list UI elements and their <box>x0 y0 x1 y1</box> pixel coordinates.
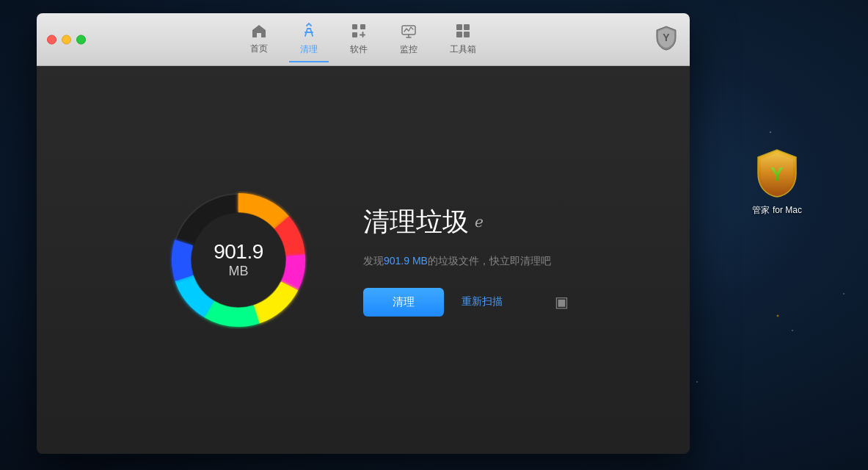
compare-icon: ▣ <box>555 293 569 311</box>
app-icon-shield: Y <box>754 147 800 200</box>
icon-label-for-mac: for Mac <box>773 205 802 215</box>
tab-software-label: 软件 <box>350 43 368 56</box>
svg-text:Y: Y <box>663 32 670 43</box>
main-content: 901.9 MB 清理垃圾 ℯ 发现901.9 MB的垃圾文件，快立即清理吧 清… <box>37 66 690 454</box>
rescan-label: 重新扫描 <box>462 295 503 308</box>
svg-rect-8 <box>464 32 470 37</box>
svg-rect-3 <box>352 32 357 37</box>
svg-rect-5 <box>456 24 462 30</box>
donut-value: 901.9 <box>214 241 263 264</box>
tab-toolbox-label: 工具箱 <box>450 43 476 56</box>
traffic-light-red[interactable] <box>47 35 56 44</box>
desktop-icon-label-main: 管家 for Mac <box>752 204 802 217</box>
svg-rect-0 <box>304 32 313 33</box>
panel-description: 发现901.9 MB的垃圾文件，快立即清理吧 <box>363 253 569 269</box>
desc-suffix: 的垃圾文件，快立即清理吧 <box>428 255 551 267</box>
shield-badge[interactable]: Y <box>654 25 678 54</box>
donut-container: 901.9 MB <box>158 179 319 341</box>
software-icon <box>351 23 367 41</box>
info-icon: ℯ <box>475 213 484 231</box>
svg-rect-7 <box>456 32 462 37</box>
tab-clean[interactable]: 清理 <box>284 17 334 62</box>
panel-title: 清理垃圾 ℯ <box>363 204 569 240</box>
home-icon <box>251 24 267 40</box>
svg-rect-1 <box>352 24 357 29</box>
traffic-light-green[interactable] <box>76 35 86 44</box>
app-window: 首页 清理 <box>37 13 690 454</box>
nav-tabs: 首页 清理 <box>37 17 690 62</box>
desc-prefix: 发现 <box>363 255 384 267</box>
panel-title-text: 清理垃圾 <box>363 204 469 240</box>
donut-center-text: 901.9 MB <box>214 241 263 279</box>
svg-text:Y: Y <box>770 163 783 185</box>
monitor-icon <box>401 23 417 41</box>
desktop-icon[interactable]: Y 管家 for Mac <box>752 147 802 217</box>
icon-label-manager: 管家 <box>752 204 770 217</box>
svg-rect-6 <box>464 24 470 30</box>
right-panel: 清理垃圾 ℯ 发现901.9 MB的垃圾文件，快立即清理吧 清理 重新扫描 ▣ <box>363 204 569 317</box>
tab-software[interactable]: 软件 <box>334 17 384 62</box>
donut-unit: MB <box>214 264 263 279</box>
tab-home[interactable]: 首页 <box>234 18 284 61</box>
tab-clean-label: 清理 <box>300 43 318 56</box>
clean-button[interactable]: 清理 <box>363 288 444 317</box>
clean-icon <box>301 23 317 41</box>
tab-monitor-label: 监控 <box>400 43 417 56</box>
traffic-lights <box>47 35 86 44</box>
svg-rect-2 <box>360 24 365 29</box>
panel-actions: 清理 重新扫描 ▣ <box>363 288 569 317</box>
titlebar: 首页 清理 <box>37 13 690 66</box>
toolbox-icon <box>455 23 471 41</box>
desktop-icon-label: 管家 for Mac <box>752 204 802 217</box>
tab-monitor[interactable]: 监控 <box>384 17 434 62</box>
tab-home-label: 首页 <box>250 43 268 55</box>
traffic-light-yellow[interactable] <box>62 35 71 44</box>
rescan-button[interactable]: 重新扫描 <box>462 295 503 308</box>
tab-toolbox[interactable]: 工具箱 <box>434 17 492 62</box>
desc-highlight: 901.9 MB <box>384 255 428 267</box>
